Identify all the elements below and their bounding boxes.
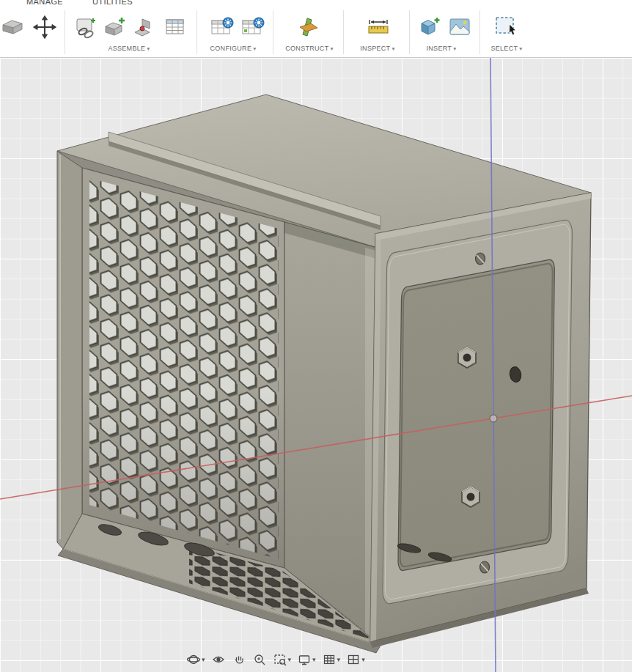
fusion-window: MANAGE UTILITIES xyxy=(0,0,632,672)
component-plus-icon[interactable] xyxy=(101,13,129,41)
panel-screw-hole-bottom xyxy=(480,561,490,573)
model-viewport[interactable]: ▾ ▾ xyxy=(0,58,632,672)
fit-icon[interactable]: ▾ xyxy=(273,652,292,667)
tab-utilities[interactable]: UTILITIES xyxy=(92,0,133,6)
cad-model-canvas[interactable] xyxy=(0,58,632,672)
construct-plane-icon[interactable] xyxy=(295,13,323,41)
toolbar-separator xyxy=(65,10,65,54)
joint-table-icon[interactable] xyxy=(161,13,189,41)
chevron-down-icon: ▾ xyxy=(288,656,292,663)
toolbar-separator xyxy=(409,10,410,54)
chevron-down-icon: ▾ xyxy=(361,656,365,663)
group-label-text: ASSEMBLE xyxy=(108,45,145,52)
toolbar-separator xyxy=(196,10,197,54)
tab-manage[interactable]: MANAGE xyxy=(26,0,63,6)
honeycomb-shading xyxy=(82,168,284,568)
panel-screw-hole-top xyxy=(476,253,485,265)
orbit-icon[interactable]: ▾ xyxy=(186,652,205,667)
configure-table-icon[interactable] xyxy=(208,13,236,41)
ribbon-toolbar: MANAGE UTILITIES xyxy=(0,0,632,58)
move-icon[interactable] xyxy=(31,13,59,41)
chevron-down-icon: ▾ xyxy=(312,656,316,663)
inspect-group-label[interactable]: INSPECT▾ xyxy=(360,45,394,52)
viewports-icon[interactable]: ▾ xyxy=(346,652,365,667)
origin-point xyxy=(490,415,497,422)
grid-settings-icon[interactable]: ▾ xyxy=(322,652,341,667)
new-component-icon[interactable] xyxy=(72,13,100,41)
group-label-text: INSPECT xyxy=(360,45,390,52)
chevron-down-icon: ▾ xyxy=(253,45,256,52)
toolbar-separator xyxy=(479,10,480,54)
group-label-text: SELECT xyxy=(490,45,518,52)
joint-icon[interactable] xyxy=(131,13,158,41)
measure-icon[interactable] xyxy=(364,13,392,41)
chevron-down-icon: ▾ xyxy=(202,656,205,663)
group-label-text: INSERT xyxy=(427,45,452,52)
construct-group-label[interactable]: CONSTRUCT▾ xyxy=(285,45,334,52)
zoom-icon[interactable] xyxy=(252,652,267,667)
assemble-group-label[interactable]: ASSEMBLE▾ xyxy=(108,45,150,52)
insert-group-label[interactable]: INSERT▾ xyxy=(427,45,457,52)
select-box-icon[interactable] xyxy=(493,13,521,41)
hex-standoff-bottom xyxy=(462,487,479,507)
chevron-down-icon: ▾ xyxy=(330,45,333,52)
chevron-down-icon: ▾ xyxy=(337,656,341,663)
select-group-label[interactable]: SELECT▾ xyxy=(490,45,522,52)
look-at-icon[interactable] xyxy=(211,652,226,667)
toolbar-separator xyxy=(273,10,273,54)
display-settings-icon[interactable]: ▾ xyxy=(297,652,316,667)
chevron-down-icon: ▾ xyxy=(453,45,456,52)
enclosure-model[interactable] xyxy=(57,95,591,653)
chevron-down-icon: ▾ xyxy=(147,45,150,52)
view-navigation-bar: ▾ ▾ xyxy=(186,652,365,667)
pan-icon[interactable] xyxy=(232,652,246,667)
chevron-down-icon: ▾ xyxy=(519,45,522,52)
configure-group-label[interactable]: CONFIGURE▾ xyxy=(210,45,256,52)
insert-derive-icon[interactable] xyxy=(415,13,443,41)
group-label-text: CONSTRUCT xyxy=(285,45,328,52)
toolbar-separator xyxy=(343,10,344,54)
hex-standoff-top xyxy=(458,347,476,368)
insert-image-icon[interactable] xyxy=(446,13,474,41)
chevron-down-icon: ▾ xyxy=(392,45,394,52)
solid-body-icon[interactable] xyxy=(0,13,26,41)
configure-variant-icon[interactable] xyxy=(239,13,267,41)
group-label-text: CONFIGURE xyxy=(210,45,251,52)
ribbon-tabs: MANAGE UTILITIES xyxy=(0,0,632,7)
